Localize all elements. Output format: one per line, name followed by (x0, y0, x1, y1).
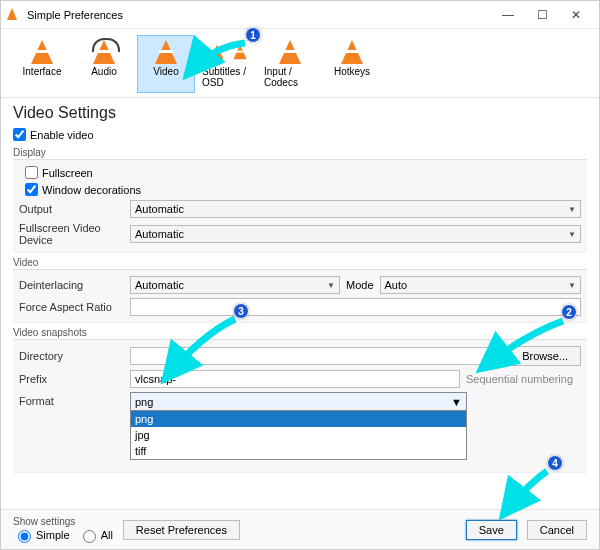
cone-pair-icon (206, 40, 251, 66)
tab-label: Audio (91, 66, 117, 77)
save-button[interactable]: Save (466, 520, 517, 540)
tab-label: Input / Codecs (264, 66, 316, 88)
tab-label: Hotkeys (334, 66, 370, 77)
group-video: Deinterlacing Automatic ▼ Mode Auto ▼ Fo… (13, 269, 587, 323)
browse-button[interactable]: Browse... (509, 346, 581, 366)
settings-panel: Enable video Display Fullscreen Window d… (1, 126, 599, 473)
window-title: Simple Preferences (27, 9, 491, 21)
page-title: Video Settings (1, 98, 599, 126)
tab-video[interactable]: Video (137, 35, 195, 93)
output-label: Output (19, 203, 124, 215)
enable-video-label: Enable video (30, 129, 94, 141)
close-button[interactable]: ✕ (559, 8, 593, 22)
deinterlacing-select[interactable]: Automatic ▼ (130, 276, 340, 294)
enable-video-row: Enable video (13, 126, 587, 143)
output-value: Automatic (135, 203, 184, 215)
group-display: Fullscreen Window decorations Output Aut… (13, 159, 587, 253)
tab-interface[interactable]: Interface (13, 35, 71, 93)
fs-device-label: Fullscreen Video Device (19, 222, 124, 246)
cone-icon (279, 40, 301, 64)
reset-preferences-button[interactable]: Reset Preferences (123, 520, 240, 540)
group-snapshots: Directory Browse... Prefix Sequential nu… (13, 339, 587, 473)
fullscreen-label: Fullscreen (42, 167, 93, 179)
tab-label: Interface (23, 66, 62, 77)
minimize-button[interactable]: — (491, 8, 525, 22)
group-display-label: Display (13, 147, 587, 158)
enable-video-checkbox[interactable] (13, 128, 26, 141)
tab-label: Subtitles / OSD (202, 66, 254, 88)
group-snapshots-label: Video snapshots (13, 327, 587, 338)
deinterlacing-label: Deinterlacing (19, 279, 124, 291)
directory-label: Directory (19, 350, 124, 362)
chevron-down-icon: ▼ (568, 281, 576, 290)
deinterlacing-value: Automatic (135, 279, 184, 291)
format-option-tiff[interactable]: tiff (131, 443, 466, 459)
format-value: png (135, 396, 153, 408)
mode-all-label: All (101, 529, 113, 541)
format-label: Format (19, 395, 124, 407)
show-settings-label: Show settings (13, 516, 113, 527)
cone-icon (341, 40, 363, 64)
sequential-numbering-label: Sequential numbering (466, 373, 573, 385)
maximize-button[interactable]: ☐ (525, 8, 559, 22)
app-icon (7, 8, 21, 22)
mode-simple-label: Simple (36, 529, 70, 541)
force-aspect-input[interactable] (130, 298, 581, 316)
mode-simple-radio[interactable]: Simple (13, 527, 70, 543)
window-decorations-label: Window decorations (42, 184, 141, 196)
format-option-jpg[interactable]: jpg (131, 427, 466, 443)
fullscreen-checkbox[interactable] (25, 166, 38, 179)
directory-input[interactable] (130, 347, 503, 365)
group-video-label: Video (13, 257, 587, 268)
prefix-input[interactable] (130, 370, 460, 388)
fs-device-select[interactable]: Automatic ▼ (130, 225, 581, 243)
cone-icon (31, 40, 53, 64)
cone-headphones-icon (93, 40, 115, 64)
deint-mode-value: Auto (385, 279, 408, 291)
format-select[interactable]: png ▼ png jpg tiff (130, 392, 467, 460)
chevron-down-icon: ▼ (451, 396, 462, 408)
tab-audio[interactable]: Audio (75, 35, 133, 93)
footer: Show settings Simple All Reset Preferenc… (1, 509, 599, 549)
force-aspect-label: Force Aspect Ratio (19, 301, 124, 313)
cancel-button[interactable]: Cancel (527, 520, 587, 540)
prefix-label: Prefix (19, 373, 124, 385)
deint-mode-select[interactable]: Auto ▼ (380, 276, 581, 294)
format-option-png[interactable]: png (131, 411, 466, 427)
annotation-badge-4: 4 (547, 455, 563, 471)
annotation-badge-2: 2 (561, 304, 577, 320)
tab-subtitles-osd[interactable]: Subtitles / OSD (199, 35, 257, 93)
mode-all-radio[interactable]: All (78, 527, 113, 543)
titlebar: Simple Preferences — ☐ ✕ (1, 1, 599, 29)
category-toolbar: Interface Audio Video Subtitles / OSD In… (1, 29, 599, 98)
format-select-wrapper: png ▼ png jpg tiff (130, 392, 467, 410)
chevron-down-icon: ▼ (568, 205, 576, 214)
annotation-badge-1: 1 (245, 27, 261, 43)
tab-label: Video (153, 66, 178, 77)
annotation-badge-3: 3 (233, 303, 249, 319)
chevron-down-icon: ▼ (327, 281, 335, 290)
tab-input-codecs[interactable]: Input / Codecs (261, 35, 319, 93)
chevron-down-icon: ▼ (568, 230, 576, 239)
deint-mode-label: Mode (346, 279, 374, 291)
tab-hotkeys[interactable]: Hotkeys (323, 35, 381, 93)
window-decorations-checkbox[interactable] (25, 183, 38, 196)
fs-device-value: Automatic (135, 228, 184, 240)
output-select[interactable]: Automatic ▼ (130, 200, 581, 218)
cone-icon (155, 40, 177, 64)
